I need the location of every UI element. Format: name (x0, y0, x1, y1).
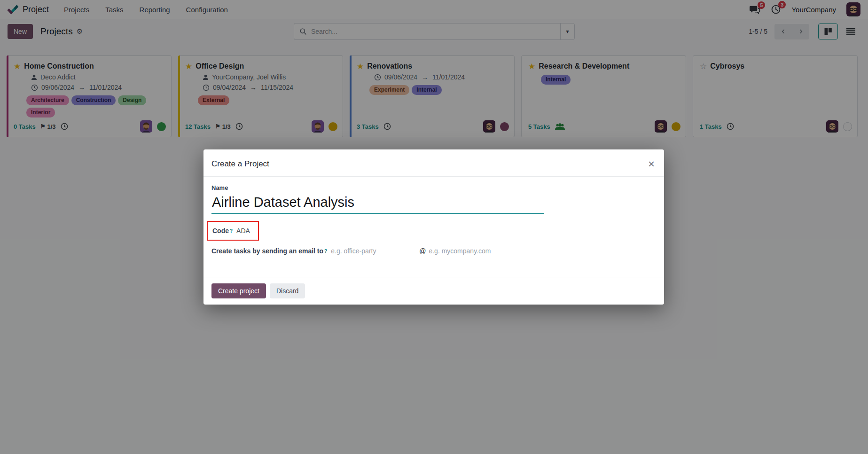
dialog-title: Create a Project (211, 159, 269, 169)
email-alias-row: Create tasks by sending an email to? @ (211, 247, 656, 255)
create-project-button[interactable]: Create project (211, 283, 266, 298)
discard-button[interactable]: Discard (270, 283, 305, 298)
help-question-icon: ? (324, 249, 327, 254)
code-annotation-box: Code? ADA (207, 221, 259, 241)
dialog-body: Name Code? ADA Create tasks by sending a… (203, 177, 664, 277)
code-field-value[interactable]: ADA (236, 227, 250, 235)
close-icon[interactable]: × (648, 159, 655, 168)
code-field-label: Code (212, 227, 229, 235)
help-question-icon: ? (230, 228, 233, 234)
create-project-dialog: Create a Project × Name Code? ADA Create… (203, 149, 664, 305)
name-field-label: Name (211, 184, 228, 191)
at-sign-icon: @ (419, 247, 426, 255)
email-alias-label: Create tasks by sending an email to (211, 247, 323, 255)
dialog-header: Create a Project × (203, 149, 664, 177)
dialog-footer: Create project Discard (203, 277, 664, 305)
project-name-input[interactable] (211, 193, 544, 214)
email-alias-local-input[interactable] (331, 247, 419, 255)
email-alias-domain-input[interactable] (429, 247, 537, 255)
